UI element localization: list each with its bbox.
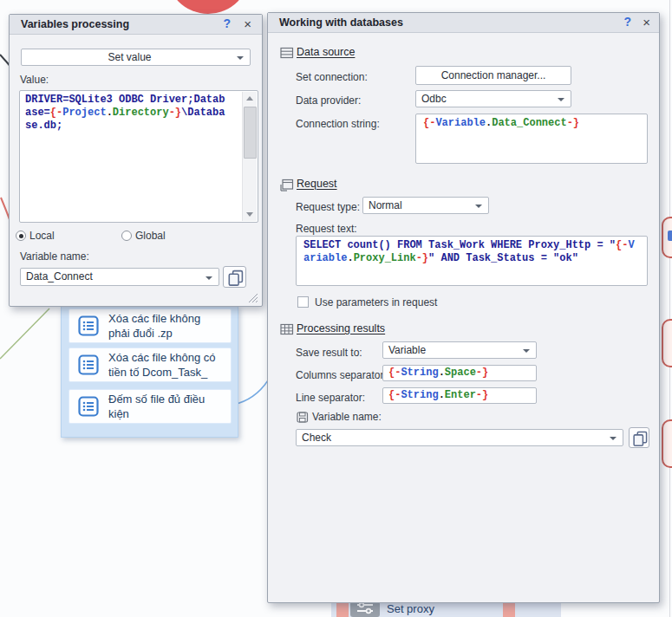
request-type-dropdown[interactable]: Normal (362, 197, 489, 214)
request-icon (280, 179, 294, 192)
action-card-delete-zp[interactable]: Xóa các file không phải đuổi .zp (69, 308, 232, 343)
action-card-label: Xóa các file không phải đuổi .zp (108, 311, 200, 341)
processing-results-icon (280, 323, 294, 335)
copy-variable-button[interactable] (223, 266, 246, 288)
copy-icon (630, 429, 649, 448)
value-textarea[interactable]: DRIVER=SQLite3 ODBC Driver;Datab ase={-P… (19, 90, 258, 223)
value-scrollbar[interactable] (242, 92, 257, 221)
connection-string-label: Connection string: (296, 118, 380, 130)
global-radio-label: Global (135, 230, 166, 242)
blue-connector-line (233, 380, 268, 405)
chevron-down-icon (610, 437, 617, 440)
save-result-dropdown[interactable]: Variable (382, 341, 537, 359)
request-textarea[interactable]: SELECT count() FROM Task_Work WHERE Prox… (296, 236, 648, 286)
dialog-title-bar[interactable]: Working with databases ? × (268, 13, 659, 33)
list-action-icon (78, 354, 99, 375)
line-separator-code[interactable]: {-String.Enter-} (388, 389, 534, 402)
columns-separator-input[interactable]: {-String.Space-} (382, 365, 537, 381)
line-separator-label: Line separator: (296, 392, 365, 404)
set-connection-label: Set connection: (296, 71, 368, 83)
close-icon[interactable]: × (643, 15, 650, 29)
data-provider-value: Odbc (421, 93, 447, 105)
action-card-label: Xóa các file không có tiền tố Dcom_Task_ (108, 350, 216, 380)
request-text-label: Request text: (296, 223, 357, 235)
help-icon[interactable]: ? (223, 16, 231, 30)
close-icon[interactable]: × (244, 16, 251, 31)
global-radio[interactable] (121, 231, 132, 241)
error-node-fragment-right (503, 601, 515, 617)
value-label: Value: (20, 74, 49, 86)
chevron-down-icon (237, 56, 244, 60)
blue-node-fragment[interactable] (668, 231, 672, 241)
variables-processing-dialog: Variables processing ? × Set value Value… (9, 14, 263, 307)
dialog-title: Working with databases (279, 16, 403, 29)
variable-name-value: Data_Connect (26, 270, 93, 283)
scrollbar-thumb[interactable] (244, 107, 257, 159)
action-group-container[interactable]: Xóa các file không phải đuổi .zp Xóa các… (61, 305, 238, 438)
request-type-label: Request type: (296, 201, 360, 213)
use-parameters-label: Use parameters in request (315, 296, 437, 308)
data-provider-dropdown[interactable]: Odbc (415, 90, 571, 107)
flowchart-editor-canvas: Xóa các file không phải đuổi .zp Xóa các… (0, 0, 672, 617)
window-edge-divider (669, 0, 670, 617)
resize-grip[interactable] (247, 292, 258, 302)
list-action-icon (78, 396, 99, 417)
action-card-delete-prefix[interactable]: Xóa các file không có tiền tố Dcom_Task_ (69, 347, 232, 382)
working-with-databases-dialog: Working with databases ? × Data source S… (267, 12, 660, 603)
processing-results-heading[interactable]: Processing results (297, 322, 385, 334)
dialog-title-bar[interactable]: Variables processing ? × (10, 15, 262, 35)
set-proxy-label: Set proxy (387, 602, 434, 615)
error-node-2[interactable] (662, 319, 672, 367)
save-result-value: Variable (388, 344, 426, 356)
columns-separator-code[interactable]: {-String.Space-} (388, 367, 534, 380)
local-radio[interactable] (16, 231, 26, 241)
help-icon[interactable]: ? (623, 15, 631, 29)
use-parameters-checkbox[interactable] (297, 296, 309, 308)
action-card-label: Đếm số file đủ điều kiện (108, 392, 205, 421)
request-heading[interactable]: Request (297, 178, 337, 190)
chevron-down-icon (523, 349, 530, 353)
proxy-settings-icon (350, 601, 380, 617)
connection-string-textarea[interactable]: {-Variable.Data_Connect-} (415, 114, 648, 164)
scroll-up-icon[interactable] (246, 96, 253, 101)
result-variable-dropdown[interactable]: Check (296, 429, 623, 446)
variable-name-label: Variable name: (20, 250, 89, 263)
request-type-value: Normal (369, 199, 402, 211)
list-action-icon (78, 315, 99, 336)
value-code[interactable]: DRIVER=SQLite3 ODBC Driver;Datab ase={-P… (25, 94, 240, 219)
result-variable-value: Check (302, 432, 331, 444)
data-source-icon (280, 47, 294, 59)
connection-manager-button[interactable]: Connection manager... (415, 66, 571, 85)
save-variable-icon (297, 412, 309, 423)
green-connector-line (0, 308, 49, 359)
chevron-down-icon (475, 205, 482, 208)
error-node-3[interactable] (662, 419, 672, 468)
local-radio-label: Local (29, 230, 55, 242)
connection-string-code[interactable]: {-Variable.Data_Connect-} (423, 117, 643, 160)
dialog-title: Variables processing (21, 18, 129, 30)
columns-separator-label: Columns separator: (296, 369, 387, 381)
data-source-heading[interactable]: Data source (297, 46, 355, 58)
copy-result-variable-button[interactable] (629, 427, 649, 448)
action-type-value: Set value (22, 51, 238, 63)
line-separator-input[interactable]: {-String.Enter-} (382, 387, 537, 404)
error-node-fragment-left (336, 601, 349, 617)
request-code[interactable]: SELECT count() FROM Task_Work WHERE Prox… (303, 239, 643, 283)
variable-name-dropdown[interactable]: Data_Connect (20, 268, 219, 286)
chevron-down-icon (558, 98, 564, 101)
scroll-down-icon[interactable] (246, 212, 253, 217)
data-provider-label: Data provider: (296, 94, 361, 107)
save-result-label: Save result to: (296, 347, 362, 359)
action-type-dropdown[interactable]: Set value (21, 49, 251, 66)
copy-icon (225, 268, 246, 288)
action-card-count-files[interactable]: Đếm số file đủ điều kiện (69, 389, 232, 424)
chevron-down-icon (206, 276, 212, 280)
result-variable-name-label: Variable name: (312, 411, 382, 423)
